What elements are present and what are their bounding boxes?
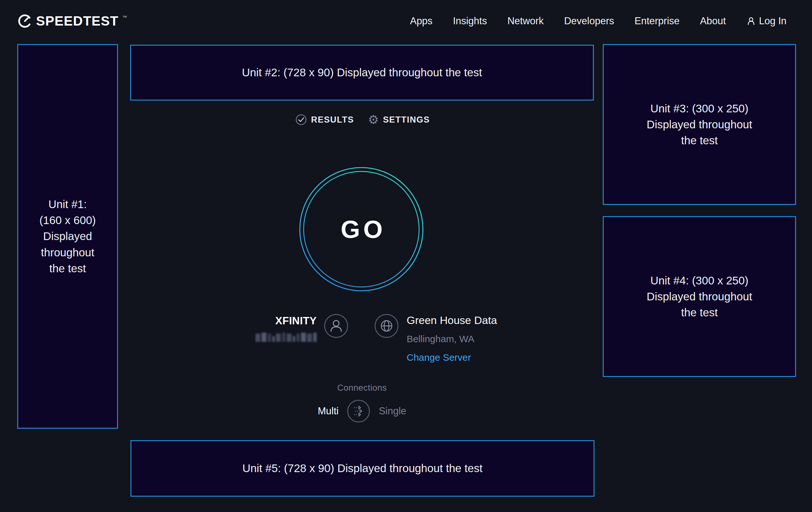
connections-title: Connections bbox=[337, 383, 387, 393]
ad-unit-2-text: Unit #2: (728 x 90) Displayed throughout… bbox=[242, 64, 482, 80]
tab-settings-label: SETTINGS bbox=[383, 115, 430, 125]
nav-insights[interactable]: Insights bbox=[453, 15, 487, 27]
speedtest-page: SPEEDTEST ™ Apps Insights Network Develo… bbox=[0, 0, 812, 512]
connections-block: Connections Multi Single bbox=[318, 383, 406, 423]
go-button-label: GO bbox=[297, 165, 425, 293]
speedometer-icon bbox=[18, 14, 32, 28]
gear-icon: ⚙ bbox=[368, 114, 379, 126]
person-icon[interactable] bbox=[324, 314, 349, 339]
connections-single-label[interactable]: Single bbox=[379, 405, 406, 417]
multi-connection-icon[interactable] bbox=[347, 399, 371, 423]
server-block: Green House Data Bellingham, WA Change S… bbox=[374, 314, 497, 363]
person-icon bbox=[746, 16, 756, 26]
nav-apps[interactable]: Apps bbox=[410, 15, 433, 27]
check-circle-icon bbox=[295, 114, 307, 126]
server-name: Green House Data bbox=[407, 314, 497, 327]
tab-settings[interactable]: ⚙ SETTINGS bbox=[368, 114, 430, 126]
logo-text: SPEEDTEST bbox=[36, 14, 119, 28]
login-label: Log In bbox=[759, 15, 786, 27]
logo-trademark: ™ bbox=[122, 15, 127, 20]
nav-about[interactable]: About bbox=[700, 15, 726, 27]
tab-results-label: RESULTS bbox=[311, 115, 354, 125]
ad-unit-2-leaderboard: Unit #2: (728 x 90) Displayed throughout… bbox=[130, 45, 594, 101]
ad-unit-4-rectangle: Unit #4: (300 x 250) Displayed throughou… bbox=[603, 216, 796, 377]
go-button[interactable]: GO bbox=[297, 165, 425, 293]
nav-network[interactable]: Network bbox=[508, 15, 544, 27]
ad-unit-5-leaderboard: Unit #5: (728 x 90) Displayed throughout… bbox=[130, 440, 594, 497]
ad-unit-3-text: Unit #3: (300 x 250) Displayed throughou… bbox=[647, 101, 752, 149]
ad-unit-4-text: Unit #4: (300 x 250) Displayed throughou… bbox=[647, 273, 752, 321]
globe-icon[interactable] bbox=[374, 314, 399, 339]
ip-address-redacted bbox=[256, 332, 317, 342]
logo[interactable]: SPEEDTEST ™ bbox=[18, 14, 127, 28]
ad-unit-5-text: Unit #5: (728 x 90) Displayed throughout… bbox=[242, 460, 483, 476]
nav-enterprise[interactable]: Enterprise bbox=[634, 15, 679, 27]
tab-results[interactable]: RESULTS bbox=[295, 114, 354, 126]
tab-bar: RESULTS ⚙ SETTINGS bbox=[295, 114, 430, 126]
ad-unit-1-skyscraper: Unit #1: (160 x 600) Displayed throughou… bbox=[17, 44, 118, 429]
connections-multi-label[interactable]: Multi bbox=[318, 405, 338, 417]
ad-unit-1-text: Unit #1: (160 x 600) Displayed throughou… bbox=[39, 196, 96, 276]
header: SPEEDTEST ™ Apps Insights Network Develo… bbox=[0, 0, 812, 42]
ad-unit-3-rectangle: Unit #3: (300 x 250) Displayed throughou… bbox=[603, 44, 796, 205]
login-link[interactable]: Log In bbox=[746, 15, 786, 27]
main-nav: Apps Insights Network Developers Enterpr… bbox=[410, 15, 786, 27]
change-server-link[interactable]: Change Server bbox=[407, 352, 497, 363]
server-location: Bellingham, WA bbox=[407, 333, 497, 344]
isp-name: XFINITY bbox=[275, 315, 317, 327]
isp-block: XFINITY bbox=[256, 314, 349, 342]
nav-developers[interactable]: Developers bbox=[564, 15, 614, 27]
